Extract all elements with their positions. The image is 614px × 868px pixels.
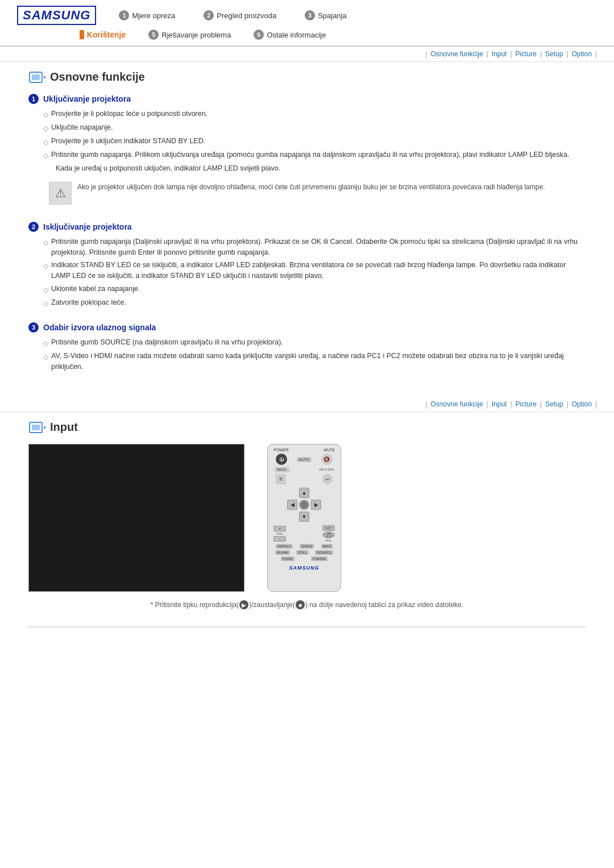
breadcrumb2-sep-2: | — [510, 400, 512, 408]
diamond-icon-3-2: ◇ — [43, 352, 48, 362]
bullet-text-2-3: Uklonite kabel za napajanje. — [51, 284, 140, 294]
ext-button[interactable]: EXT — [322, 525, 335, 531]
nav-item-6[interactable]: 6 Ostale informacije — [254, 30, 326, 40]
install-button[interactable]: INSTALL — [276, 544, 293, 549]
breadcrumb-sep-2: | — [510, 50, 512, 58]
section-icon-osnovne — [28, 71, 45, 84]
bullet-2-3: ◇ Uklonite kabel za napajanje. — [43, 284, 586, 295]
breadcrumb-link-setup[interactable]: Setup — [545, 50, 563, 58]
breadcrumb-2: | Osnovne funkcije | Input | Picture | S… — [0, 397, 614, 412]
nav-num-6: 6 — [254, 30, 264, 40]
subsection-num-2: 2 — [28, 222, 39, 232]
bullet-text-1-1: Provjerite je li poklopac leće u potpuno… — [51, 109, 208, 119]
nav-label-2: Pregled proizvoda — [217, 11, 276, 20]
section-title-input: Input — [28, 421, 586, 434]
svg-marker-2 — [43, 76, 45, 79]
bullet-2-4: ◇ Zatvorite poklopac leće. — [43, 297, 586, 309]
menu-icon[interactable]: ☰ — [276, 474, 286, 484]
bullet-1-3: ◇ Provjerite je li uključen indikator ST… — [43, 136, 586, 147]
dpad-down[interactable]: ▼ — [299, 512, 309, 522]
section-heading-input: Input — [50, 421, 78, 434]
dpad-center[interactable] — [299, 500, 309, 510]
subsection-heading-3: Odabir izvora ulaznog signala — [43, 323, 156, 332]
section-heading-osnovne: Osnovne funkcije — [50, 70, 145, 84]
auto-label: AUTO — [297, 457, 311, 462]
bullet-text-1-2: Uključite napajanje. — [51, 122, 113, 133]
nav-item-2[interactable]: 2 Pregled proizvoda — [204, 10, 276, 20]
breadcrumb-link-input[interactable]: Input — [492, 50, 507, 58]
vol-right-label: VOL — [325, 539, 332, 542]
nav-label-5: Rješavanje problema — [161, 31, 231, 39]
breadcrumb-sep-5: | — [595, 50, 597, 58]
nav-items: 1 Mjere opreza 2 Pregled proizvoda 3 Spa… — [119, 10, 597, 20]
svg-rect-6 — [32, 425, 40, 430]
dpad-right[interactable]: ▶ — [311, 500, 321, 510]
breadcrumb2-link-osnovne[interactable]: Osnovne funkcije — [431, 400, 483, 408]
section-title-osnovne: Osnovne funkcije — [28, 70, 586, 84]
subsection-odabir: 3 Odabir izvora ulaznog signala ◇ Pritis… — [28, 322, 586, 372]
remote-image: POWER MUTE ⏻ AUTO 🔇 MENU RETURN — [267, 444, 341, 592]
warning-icon: ⚠ — [49, 182, 72, 205]
breadcrumb2-link-option[interactable]: Option — [572, 400, 592, 408]
bullet-3-1: ◇ Pritisnite gumb SOURCE (na daljinskom … — [43, 337, 586, 348]
breadcrumb-link-picture[interactable]: Picture — [516, 50, 537, 58]
bullet-3-2: ◇ AV, S-Video i HDMI načine rada možete … — [43, 351, 586, 372]
breadcrumb2-sep-3: | — [540, 400, 542, 408]
dpad-left[interactable]: ◀ — [287, 500, 297, 510]
bullet-text-3-1: Pritisnite gumb SOURCE (na daljinskom up… — [51, 337, 283, 348]
samsung-logo: SAMSUNG — [17, 6, 96, 25]
mute-button[interactable]: 🔇 — [321, 454, 333, 465]
power-button[interactable]: ⏻ — [276, 454, 287, 465]
breadcrumb-sep-0: | — [425, 50, 427, 58]
breadcrumb-1: | Osnovne funkcije | Input | Picture | S… — [0, 47, 614, 62]
nav-label-3: Spajanja — [318, 11, 347, 20]
source-button[interactable]: SOURCE — [315, 550, 333, 555]
bullet-1-2: ◇ Uključite napajanje. — [43, 122, 586, 134]
nav-item-5[interactable]: 5 Rješavanje problema — [148, 30, 231, 40]
svg-marker-7 — [43, 426, 45, 429]
pmode-button[interactable]: P.MODE — [311, 556, 327, 561]
return-button[interactable]: ↩ — [322, 474, 333, 484]
bullet-text-2-2: Indikator STAND BY LED će se isključiti,… — [51, 260, 586, 281]
nav-item-3[interactable]: 3 Spajanja — [305, 10, 347, 20]
diamond-icon-1-1: ◇ — [43, 110, 48, 120]
breadcrumb-sep-4: | — [566, 50, 568, 58]
button-row-2: BLANK STILL SOURCE — [271, 550, 337, 555]
diamond-icon-2-2: ◇ — [43, 261, 48, 271]
diamond-icon-2-4: ◇ — [43, 298, 48, 309]
breadcrumb2-sep-0: | — [425, 400, 427, 408]
bottom-note-text: * Pritisnite tipku reprodukcija( — [151, 601, 239, 609]
mute-label: MUTE — [323, 448, 335, 452]
diamond-icon-3-1: ◇ — [43, 338, 48, 348]
nav-num-3: 3 — [305, 10, 315, 20]
vol-up[interactable]: + — [273, 526, 286, 531]
subsection-title-2: 2 Isključivanje projektora — [28, 222, 586, 232]
breadcrumb-link-option[interactable]: Option — [572, 50, 592, 58]
breadcrumb-link-osnovne[interactable]: Osnovne funkcije — [431, 50, 483, 58]
active-section: 4 Korištenje — [80, 30, 126, 39]
vol-down[interactable]: - — [273, 536, 286, 542]
samsung-logo-remote: SAMSUNG — [289, 565, 319, 571]
breadcrumb2-link-setup[interactable]: Setup — [545, 400, 563, 408]
svg-text:⚠: ⚠ — [55, 186, 66, 199]
breadcrumb2-link-picture[interactable]: Picture — [516, 400, 537, 408]
breadcrumb2-link-input[interactable]: Input — [492, 400, 507, 408]
still-button[interactable]: STILL — [296, 550, 309, 555]
dpad: ▲ ▼ ◀ ▶ — [287, 488, 321, 522]
bullet-1-1: ◇ Provjerite je li poklopac leće u potpu… — [43, 109, 586, 120]
nav-item-1[interactable]: 1 Mjere opreza — [119, 10, 175, 20]
diamond-icon-1-4: ◇ — [43, 151, 48, 161]
nav-label-1: Mjere opreza — [132, 11, 175, 20]
bullet-text-2-4: Zatvorite poklopac leće. — [51, 297, 126, 308]
bottom-note-end: ) na dolje navedenoj tablici za prikaz v… — [305, 601, 463, 609]
menu-button[interactable]: MENU — [275, 467, 289, 472]
psize-button[interactable]: P.SIZE — [281, 556, 294, 561]
quick-button[interactable]: QUICK — [300, 544, 314, 549]
info-button[interactable]: INFO — [321, 544, 333, 549]
blank-button[interactable]: BLANK — [275, 550, 290, 555]
diamond-icon-1-3: ◇ — [43, 137, 48, 147]
section-input: Input POWER MUTE ⏻ AUTO 🔇 — [0, 412, 614, 621]
ext-icon[interactable]: 🎵 — [322, 531, 335, 538]
stop-icon: ■ — [296, 600, 305, 609]
dpad-up[interactable]: ▲ — [299, 488, 309, 498]
